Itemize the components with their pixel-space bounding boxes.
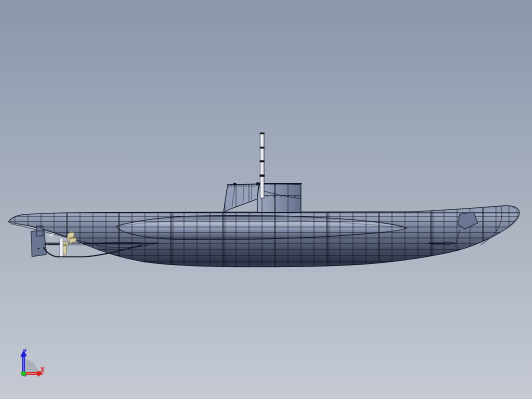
propeller-hub	[65, 242, 68, 245]
forward-hydroplane-hub	[446, 242, 451, 245]
origin-point	[21, 371, 26, 376]
periscope[interactable]	[260, 132, 264, 198]
fairing-cleat-left	[234, 183, 236, 186]
z-axis-label: Z	[22, 348, 26, 356]
fairing-cleat-right	[256, 182, 260, 186]
x-axis-label: X	[40, 366, 45, 374]
periscope-tube	[260, 133, 264, 198]
rudder-hinge	[38, 248, 39, 249]
cad-viewport[interactable]: Z X	[0, 0, 532, 399]
propeller-guard-strut[interactable]	[60, 238, 64, 258]
